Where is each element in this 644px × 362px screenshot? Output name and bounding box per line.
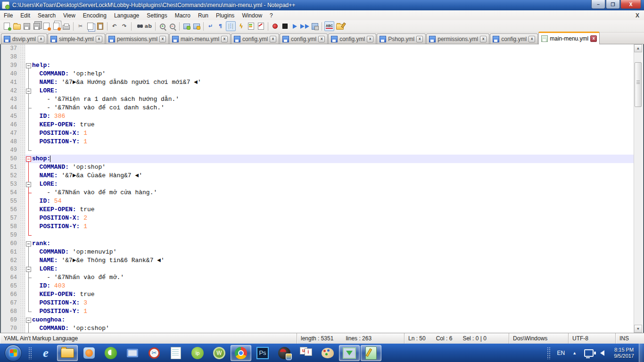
spell-check-icon[interactable]: ABC [324,21,334,31]
taskbar-app-internet-explorer[interactable]: e [35,345,56,361]
sync-scroll-v-icon[interactable] [182,22,191,31]
menu-item-[interactable]: ? [266,11,277,20]
redo-icon[interactable]: ↷ [120,22,129,31]
menu-item-run[interactable]: Run [194,11,212,20]
close-all-icon[interactable] [52,22,61,31]
fold-collapse-box[interactable] [25,265,32,273]
tab-close-icon[interactable]: x [318,36,325,42]
fold-collapse-box[interactable] [25,316,32,324]
show-hidden-icons-chevron-icon[interactable]: ▲ [572,351,577,355]
run-macro-multiple-icon[interactable] [300,22,309,31]
tab-close-icon[interactable]: x [159,36,166,42]
tab-close-icon[interactable]: x [528,36,535,42]
taskbar-app-chrome[interactable] [231,345,251,361]
taskbar-app-notepad-plus-plus[interactable] [361,345,381,361]
tab-permissions-yml[interactable]: permissions.ymlx [426,33,489,44]
copy-icon[interactable] [86,22,95,31]
plugin-icon[interactable] [335,22,344,31]
show-desktop-button[interactable] [639,344,644,362]
word-wrap-icon[interactable]: ↵ [206,22,215,31]
tab-config-yml[interactable]: config.ymlx [231,33,279,44]
taskbar-app-paint[interactable] [317,345,338,361]
taskbar-app-photoshop[interactable]: Ps [252,345,273,361]
sync-scroll-h-icon[interactable] [192,22,201,31]
close-button[interactable]: X [620,0,641,9]
tab-close-icon[interactable]: x [590,35,597,42]
fold-collapse-box[interactable] [25,61,32,70]
save-macro-icon[interactable] [310,22,319,31]
taskbar-app-windows-explorer[interactable] [57,345,78,361]
tab-simple-hd-yml[interactable]: simple-hd.ymlx [48,33,105,44]
tab-config-yml[interactable]: config.ymlx [280,33,328,44]
undo-icon[interactable]: ↶ [110,22,119,31]
save-all-icon[interactable] [32,22,41,31]
taskbar-app-snipping-tool[interactable]: ✂ [144,345,165,361]
cut-icon[interactable]: ✂ [76,22,85,31]
open-folder-icon[interactable] [12,22,21,31]
code-editor[interactable]: 373839help:40 COMMAND: 'op:help'41 NAME:… [0,44,644,333]
minimize-button[interactable]: – [591,0,605,9]
function-list-icon[interactable]: ϟ [237,22,246,31]
tab-Pshop-yml[interactable]: Pshop.ymlx [377,33,426,44]
doc-monitor-icon[interactable] [256,22,265,31]
taskbar-app-notepad[interactable] [165,345,186,361]
menu-item-settings[interactable]: Settings [143,11,171,20]
zoom-in-icon[interactable]: + [158,22,167,31]
tab-close-icon[interactable]: x [367,36,373,42]
taskbar-app-media-player[interactable] [79,345,99,361]
menu-item-search[interactable]: Search [34,11,59,20]
menu-item-view[interactable]: View [59,11,79,20]
paste-icon[interactable] [96,22,105,31]
taskbar-app-ip-app[interactable]: ip [187,345,208,361]
find-icon[interactable] [134,22,143,31]
menu-item-file[interactable]: File [0,11,17,20]
tab-dsvip-yml[interactable]: dsvip.ymlx [1,33,47,44]
indent-guide-icon[interactable] [226,21,236,31]
volume-icon[interactable] [600,350,604,356]
play-macro-icon[interactable] [290,22,299,31]
menu-item-language[interactable]: Language [110,11,143,20]
menu-item-edit[interactable]: Edit [17,11,34,20]
taskbar-app-downloader[interactable] [339,345,360,361]
menubar-close-icon[interactable]: X [636,12,639,19]
fold-collapse-box[interactable] [25,239,32,248]
menu-item-encoding[interactable]: Encoding [79,11,110,20]
tab-close-icon[interactable]: x [221,36,228,42]
taskbar-app-coccoc-browser[interactable] [100,345,121,361]
tab-close-icon[interactable]: x [96,36,102,42]
start-button[interactable] [5,345,22,362]
close-icon[interactable] [42,22,51,31]
stop-macro-icon[interactable] [281,22,289,31]
scroll-down-arrow-icon[interactable]: ▼ [634,325,642,333]
show-all-chars-icon[interactable]: ¶ [216,22,225,31]
vertical-scrollbar[interactable]: ▲ ▼ [634,44,642,333]
menu-item-macro[interactable]: Macro [171,11,194,20]
record-macro-icon[interactable] [271,22,280,31]
print-icon[interactable] [62,22,71,31]
taskbar-app-security-app[interactable] [274,345,295,361]
tab-close-icon[interactable]: x [270,36,276,42]
taskbar-app-wondershare[interactable]: W [209,345,230,361]
tab-close-icon[interactable]: x [38,36,44,42]
tab-main-menu-yml[interactable]: main-menu.ymlx [538,32,600,44]
fold-collapse-box[interactable] [25,180,32,189]
network-icon[interactable] [584,349,594,357]
tab-config-yml[interactable]: config.ymlx [490,33,538,44]
replace-icon[interactable]: ab [144,22,153,31]
scrollbar-thumb[interactable] [635,62,642,107]
tab-config-yml[interactable]: config.ymlx [328,33,376,44]
fold-collapse-box[interactable] [25,155,32,163]
menu-item-plugins[interactable]: Plugins [212,11,238,20]
tab-permissions-yml[interactable]: permissions.ymlx [106,33,169,44]
doc-map-icon[interactable] [247,22,256,31]
tab-close-icon[interactable]: x [480,36,487,42]
clock[interactable]: 8:15 PM 9/5/2017 [614,347,634,359]
tab-close-icon[interactable]: x [416,36,423,42]
menu-item-window[interactable]: Window [238,11,266,20]
save-icon[interactable] [22,22,31,31]
taskbar-app-unikey[interactable]: ui [296,345,316,361]
language-indicator[interactable]: EN [557,350,565,356]
tab-main-menu-yml[interactable]: main-menu.ymlx [169,33,231,44]
zoom-out-icon[interactable]: − [168,22,177,31]
new-file-icon[interactable] [2,22,11,31]
